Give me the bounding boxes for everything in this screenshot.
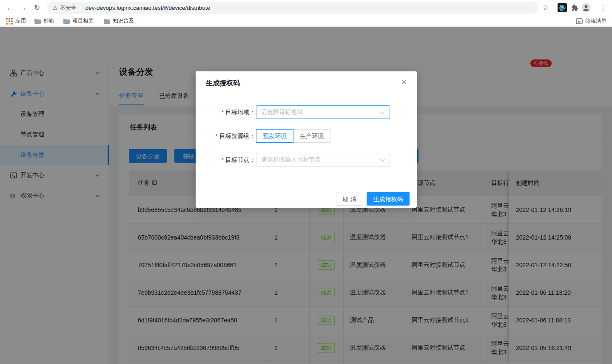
react-devtools-icon[interactable] — [558, 3, 567, 12]
bookmark-star-icon[interactable]: ☆ — [540, 3, 551, 14]
bookmark-label: 项目相关 — [72, 17, 94, 25]
required-mark: * — [222, 109, 224, 116]
form-row-resource-group: *目标资源组： 预发环境 生产环境 — [196, 129, 417, 143]
screen: ← → ↻ ⚠ 不安全 dev-devops.loginx.cainiao.te… — [0, 0, 612, 364]
bookmark-label: 应用 — [15, 17, 26, 25]
form-row-region: *目标地域： 请选择目标地域 — [196, 105, 417, 119]
folder-icon — [63, 18, 70, 24]
cancel-button[interactable]: 取 消 — [336, 192, 363, 206]
url-text: dev-devops.loginx.cainiao.test/#/device/… — [85, 5, 210, 11]
extensions-puzzle-icon[interactable] — [571, 3, 579, 12]
field-label: *目标资源组： — [196, 129, 255, 143]
field-label: *目标地域： — [196, 105, 255, 119]
url-bar[interactable]: ⚠ 不安全 dev-devops.loginx.cainiao.test/#/d… — [47, 2, 538, 14]
form-row-node: *目标节点： 请选择或输入目标节点 — [196, 153, 417, 166]
bookmark-label: 知识普及 — [113, 17, 134, 25]
bookmark-apps[interactable]: 应用 — [6, 16, 26, 26]
bookmarks-bar: 应用 邮箱 项目相关 知识普及 阅读清单 — [0, 16, 612, 27]
generate-authcode-button[interactable]: 生成授权码 — [367, 192, 410, 206]
bookmark-label: 邮箱 — [43, 17, 54, 25]
required-mark: * — [222, 157, 224, 163]
reload-icon[interactable]: ↻ — [31, 3, 43, 14]
chrome-menu-icon[interactable]: ⋮ — [598, 3, 609, 14]
browser-toolbar: ← → ↻ ⚠ 不安全 dev-devops.loginx.cainiao.te… — [0, 0, 612, 16]
apps-grid-icon — [6, 18, 13, 25]
folder-icon — [34, 18, 41, 24]
radio-pre-env[interactable]: 预发环境 — [256, 129, 293, 143]
reading-list-button[interactable]: 阅读清单 — [576, 16, 606, 26]
target-node-select[interactable]: 请选择或输入目标节点 — [256, 153, 390, 166]
folder-icon — [103, 18, 110, 24]
security-warning[interactable]: ⚠ 不安全 — [53, 4, 77, 12]
bookmark-project[interactable]: 项目相关 — [63, 16, 94, 26]
reading-list-icon — [576, 18, 583, 24]
select-placeholder: 请选择目标地域 — [261, 108, 303, 116]
modal-footer: 取 消 生成授权码 — [196, 190, 417, 208]
chevron-down-icon — [380, 156, 385, 164]
profile-avatar[interactable] — [581, 3, 591, 12]
modal-header: 生成授权码 × — [196, 71, 417, 95]
security-label: 不安全 — [60, 4, 77, 12]
bookmarks-divider — [571, 18, 571, 25]
bookmark-mail[interactable]: 邮箱 — [34, 16, 54, 26]
back-icon[interactable]: ← — [4, 3, 15, 14]
target-region-select[interactable]: 请选择目标地域 — [256, 105, 390, 119]
omnibox-divider — [81, 5, 81, 11]
close-icon[interactable]: × — [399, 77, 409, 88]
generate-authcode-modal: 生成授权码 × *目标地域： 请选择目标地域 *目标资源组： 预发环境 生产环境 — [196, 71, 417, 208]
field-label: *目标节点： — [196, 153, 255, 167]
reading-list-label: 阅读清单 — [585, 17, 606, 25]
warning-icon: ⚠ — [53, 5, 58, 11]
radio-prod-env[interactable]: 生产环境 — [293, 129, 330, 143]
required-mark: * — [216, 133, 218, 139]
chevron-down-icon — [380, 108, 385, 116]
modal-title: 生成授权码 — [206, 79, 240, 88]
bookmark-knowledge[interactable]: 知识普及 — [103, 16, 134, 26]
forward-icon[interactable]: → — [18, 3, 29, 14]
select-placeholder: 请选择或输入目标节点 — [261, 156, 321, 164]
